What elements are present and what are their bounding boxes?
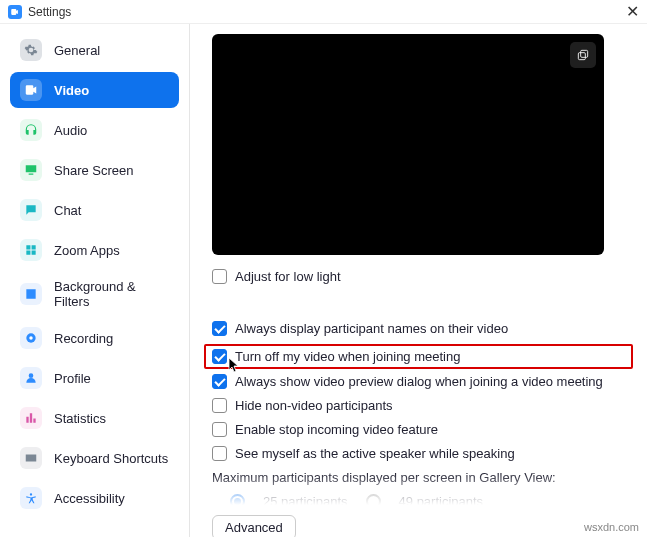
option-label: Always display participant names on thei…: [235, 321, 508, 336]
option-label: Enable stop incoming video feature: [235, 422, 438, 437]
option-label: Adjust for low light: [235, 269, 341, 284]
svg-point-1: [29, 336, 33, 340]
option-display-names[interactable]: Always display participant names on thei…: [212, 321, 625, 336]
svg-rect-3: [581, 50, 588, 57]
option-see-myself[interactable]: See myself as the active speaker while s…: [212, 446, 625, 461]
sidebar-item-chat[interactable]: Chat: [10, 192, 179, 228]
profile-icon: [20, 367, 42, 389]
checkbox[interactable]: [212, 374, 227, 389]
option-hide-non-video[interactable]: Hide non-video participants: [212, 398, 625, 413]
checkbox[interactable]: [212, 269, 227, 284]
window-title: Settings: [28, 5, 71, 19]
radio-25-label: 25 participants: [263, 494, 348, 509]
option-stop-incoming[interactable]: Enable stop incoming video feature: [212, 422, 625, 437]
sidebar-item-label: General: [54, 43, 100, 58]
sidebar-item-profile[interactable]: Profile: [10, 360, 179, 396]
sidebar-item-background-filters[interactable]: Background & Filters: [10, 272, 179, 316]
sidebar-item-label: Share Screen: [54, 163, 134, 178]
sidebar-item-zoom-apps[interactable]: Zoom Apps: [10, 232, 179, 268]
popout-button[interactable]: [570, 42, 596, 68]
share-screen-icon: [20, 159, 42, 181]
accessibility-icon: [20, 487, 42, 509]
sidebar-item-recording[interactable]: Recording: [10, 320, 179, 356]
sidebar-item-general[interactable]: General: [10, 32, 179, 68]
option-label: Hide non-video participants: [235, 398, 393, 413]
sidebar-item-label: Statistics: [54, 411, 106, 426]
background-icon: [20, 283, 42, 305]
sidebar-item-audio[interactable]: Audio: [10, 112, 179, 148]
checkbox[interactable]: [212, 422, 227, 437]
radio-25[interactable]: [230, 494, 245, 509]
statistics-icon: [20, 407, 42, 429]
option-turn-off-video-join[interactable]: Turn off my video when joining meeting: [204, 344, 633, 369]
checkbox[interactable]: [212, 398, 227, 413]
video-preview: [212, 34, 604, 255]
checkbox[interactable]: [212, 321, 227, 336]
recording-icon: [20, 327, 42, 349]
radio-49-label: 49 participants: [399, 494, 484, 509]
checkbox[interactable]: [212, 446, 227, 461]
svg-rect-2: [578, 53, 585, 60]
sidebar-item-statistics[interactable]: Statistics: [10, 400, 179, 436]
sidebar-item-label: Zoom Apps: [54, 243, 120, 258]
sidebar-item-label: Recording: [54, 331, 113, 346]
option-adjust-low-light[interactable]: Adjust for low light: [212, 269, 625, 284]
option-label: See myself as the active speaker while s…: [235, 446, 515, 461]
option-label: Turn off my video when joining meeting: [235, 349, 460, 364]
sidebar-item-video[interactable]: Video: [10, 72, 179, 108]
sidebar-item-label: Audio: [54, 123, 87, 138]
sidebar: General Video Audio Share Screen Chat: [0, 24, 190, 537]
gear-icon: [20, 39, 42, 61]
sidebar-item-accessibility[interactable]: Accessibility: [10, 480, 179, 516]
keyboard-icon: [20, 447, 42, 469]
watermark: wsxdn.com: [584, 521, 639, 533]
advanced-button[interactable]: Advanced: [212, 515, 296, 537]
sidebar-item-label: Background & Filters: [54, 279, 169, 309]
sidebar-item-label: Accessibility: [54, 491, 125, 506]
sidebar-item-label: Chat: [54, 203, 81, 218]
headphones-icon: [20, 119, 42, 141]
max-participants-label: Maximum participants displayed per scree…: [212, 470, 625, 485]
radio-49[interactable]: [366, 494, 381, 509]
close-button[interactable]: ✕: [626, 4, 639, 20]
option-label: Always show video preview dialog when jo…: [235, 374, 603, 389]
sidebar-item-label: Profile: [54, 371, 91, 386]
apps-icon: [20, 239, 42, 261]
chat-icon: [20, 199, 42, 221]
cursor-icon: [228, 357, 240, 376]
main-panel: Adjust for low light Always display part…: [190, 24, 647, 537]
sidebar-item-label: Keyboard Shortcuts: [54, 451, 168, 466]
sidebar-item-label: Video: [54, 83, 89, 98]
app-icon: [8, 5, 22, 19]
checkbox[interactable]: [212, 349, 227, 364]
sidebar-item-share-screen[interactable]: Share Screen: [10, 152, 179, 188]
sidebar-item-keyboard-shortcuts[interactable]: Keyboard Shortcuts: [10, 440, 179, 476]
titlebar: Settings ✕: [0, 0, 647, 24]
video-icon: [20, 79, 42, 101]
option-preview-dialog[interactable]: Always show video preview dialog when jo…: [212, 374, 625, 389]
